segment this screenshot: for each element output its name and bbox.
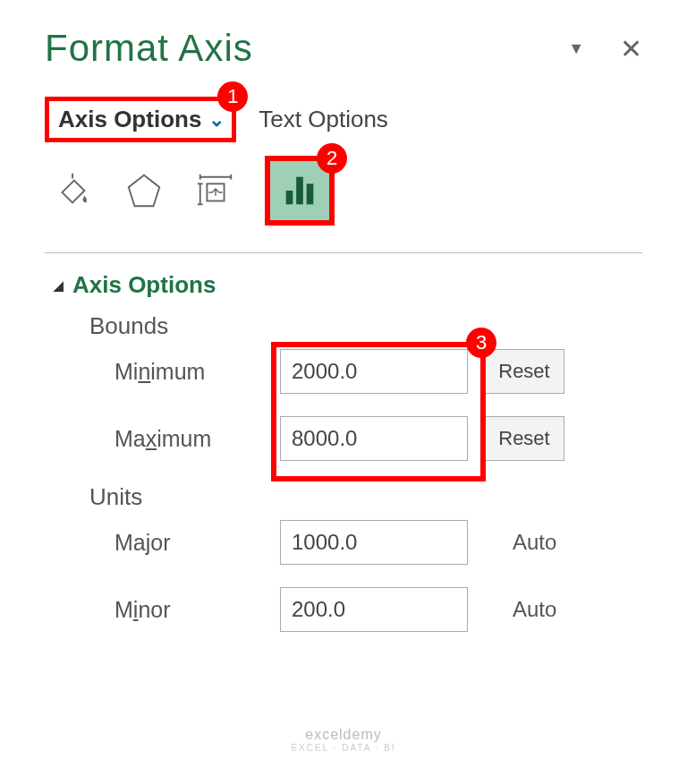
minimum-label: Minimum xyxy=(114,359,280,385)
svg-rect-10 xyxy=(307,183,314,204)
pane-title: Format Axis xyxy=(45,27,253,70)
effects-tab-icon[interactable] xyxy=(122,168,166,213)
annotation-badge-1: 1 xyxy=(217,81,248,112)
svg-rect-8 xyxy=(286,191,293,204)
minor-unit-input[interactable] xyxy=(280,587,468,632)
svg-marker-0 xyxy=(129,175,160,207)
tab-axis-options-label: Axis Options xyxy=(58,106,201,133)
maximum-label: Maximum xyxy=(114,426,280,452)
tab-text-options[interactable]: Text Options xyxy=(259,106,388,133)
divider xyxy=(45,252,642,253)
fill-line-tab-icon[interactable] xyxy=(50,168,95,213)
section-axis-options-toggle[interactable]: ◢ Axis Options xyxy=(54,271,642,299)
major-auto-label: Auto xyxy=(513,530,556,555)
minor-auto-label: Auto xyxy=(513,597,556,622)
tab-axis-options[interactable]: Axis Options ⌄ 1 xyxy=(45,97,236,142)
annotation-badge-2: 2 xyxy=(317,143,347,174)
reset-minimum-button[interactable]: Reset xyxy=(484,349,564,394)
pentagon-icon xyxy=(123,170,165,211)
paint-bucket-icon xyxy=(52,170,93,211)
axis-options-tab-icon[interactable]: 2 xyxy=(265,156,335,226)
group-units-label: Units xyxy=(89,483,642,511)
pane-options-dropdown[interactable]: ▼ xyxy=(568,39,584,58)
close-icon[interactable]: ✕ xyxy=(620,33,642,64)
svg-rect-9 xyxy=(296,177,303,205)
chevron-down-icon: ⌄ xyxy=(208,108,225,132)
size-properties-tab-icon[interactable] xyxy=(193,168,238,213)
axis-options-icon xyxy=(279,170,320,211)
minor-label: Minor xyxy=(114,597,280,623)
section-axis-options-label: Axis Options xyxy=(72,271,216,299)
group-bounds-label: Bounds xyxy=(89,312,642,340)
watermark: exceldemy EXCEL · DATA · BI xyxy=(291,727,395,753)
reset-maximum-button[interactable]: Reset xyxy=(484,416,564,461)
maximum-input[interactable] xyxy=(280,416,468,461)
minimum-input[interactable] xyxy=(280,349,468,394)
major-unit-input[interactable] xyxy=(280,520,468,565)
collapse-triangle-icon: ◢ xyxy=(54,278,64,293)
size-props-icon xyxy=(195,170,236,211)
major-label: Major xyxy=(114,530,280,556)
annotation-badge-3: 3 xyxy=(466,328,496,358)
selected-tab-notch xyxy=(291,236,309,247)
